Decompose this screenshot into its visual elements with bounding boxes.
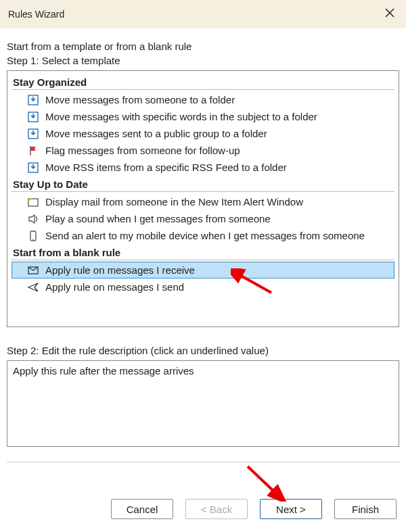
step2-label: Step 2: Edit the rule description (click… (7, 345, 399, 356)
sound-icon (26, 212, 40, 226)
move-to-folder-icon (26, 110, 40, 124)
button-separator (7, 462, 399, 462)
next-button-label: Next > (276, 504, 306, 515)
template-label: Play a sound when I get messages from so… (45, 213, 271, 224)
svg-marker-8 (29, 198, 32, 201)
new-alert-icon (26, 195, 40, 209)
send-icon (26, 281, 40, 294)
template-item[interactable]: Flag messages from someone for follow-up (12, 142, 394, 159)
template-label: Send an alert to my mobile device when I… (45, 230, 365, 241)
section-header-uptodate: Stay Up to Date (12, 176, 394, 192)
rule-description-text: Apply this rule after the message arrive… (13, 365, 194, 377)
cancel-button[interactable]: Cancel (111, 499, 173, 519)
back-button: < Back (185, 499, 248, 519)
template-list: Stay Organized Move messages from someon… (7, 70, 399, 327)
template-label: Move messages sent to a public group to … (45, 128, 267, 139)
template-label: Apply rule on messages I receive (45, 264, 195, 276)
template-item-receive[interactable]: Apply rule on messages I receive (12, 262, 394, 279)
template-label: Move RSS items from a specific RSS Feed … (45, 162, 287, 173)
template-label: Flag messages from someone for follow-up (45, 145, 240, 156)
template-label: Move messages with specific words in the… (45, 111, 317, 122)
template-item[interactable]: Move RSS items from a specific RSS Feed … (12, 159, 394, 176)
rule-description-box[interactable]: Apply this rule after the message arrive… (7, 360, 399, 447)
template-item[interactable]: Move messages from someone to a folder (12, 91, 394, 108)
move-to-folder-icon (26, 127, 40, 141)
intro-text-1: Start from a template or from a blank ru… (7, 41, 399, 52)
mobile-icon (26, 229, 40, 243)
next-button[interactable]: Next > (260, 499, 322, 519)
move-to-folder-icon (26, 161, 40, 174)
intro-text-2: Step 1: Select a template (7, 55, 399, 66)
template-label: Display mail from someone in the New Ite… (45, 196, 303, 208)
template-item[interactable]: Display mail from someone in the New Ite… (12, 193, 394, 210)
svg-point-11 (32, 239, 34, 240)
section-header-organized: Stay Organized (12, 74, 394, 90)
titlebar: Rules Wizard (0, 0, 406, 28)
flag-icon (26, 144, 40, 158)
svg-marker-9 (29, 215, 35, 223)
cancel-button-label: Cancel (127, 504, 158, 515)
finish-button[interactable]: Finish (334, 499, 397, 519)
dialog-title: Rules Wizard (8, 9, 64, 20)
template-item[interactable]: Send an alert to my mobile device when I… (12, 227, 394, 244)
move-to-folder-icon (26, 93, 40, 107)
template-item[interactable]: Move messages sent to a public group to … (12, 125, 394, 142)
template-item[interactable]: Move messages with specific words in the… (12, 108, 394, 125)
back-button-label: < Back (201, 504, 232, 515)
template-item[interactable]: Play a sound when I get messages from so… (12, 210, 394, 227)
envelope-icon (26, 264, 40, 277)
finish-button-label: Finish (352, 504, 379, 515)
section-header-blank: Start from a blank rule (12, 244, 394, 260)
close-button[interactable] (380, 5, 399, 24)
svg-rect-7 (28, 199, 38, 206)
template-label: Apply rule on messages I send (45, 281, 184, 293)
close-icon (384, 7, 395, 22)
template-item-send[interactable]: Apply rule on messages I send (12, 279, 394, 295)
template-label: Move messages from someone to a folder (45, 94, 235, 105)
button-row: Cancel < Back Next > Finish (0, 490, 406, 532)
